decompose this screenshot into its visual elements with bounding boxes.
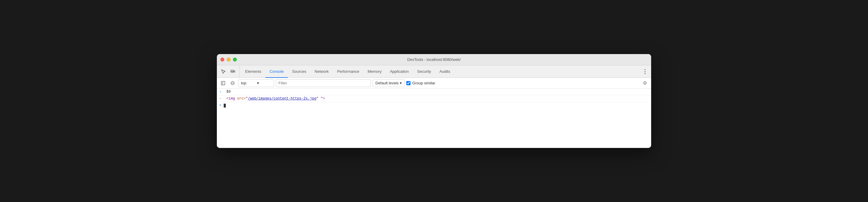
tab-security[interactable]: Security: [413, 66, 435, 78]
toolbar-right-controls: ⋮: [638, 65, 649, 77]
inspect-element-button[interactable]: [219, 67, 227, 76]
minimize-button[interactable]: [227, 58, 230, 62]
context-selector[interactable]: top ▾: [238, 79, 274, 87]
console-input-prompt: >: [219, 103, 221, 107]
console-prompt-result: ›: [219, 90, 224, 94]
toolbar-icon-group: [219, 65, 240, 77]
console-result-value: $0: [226, 90, 649, 94]
console-line-html: ← <img src="/web/images/content-https-2x…: [217, 95, 651, 102]
html-tag-close: >: [323, 97, 325, 101]
svg-rect-0: [231, 70, 234, 72]
group-similar-checkbox[interactable]: [406, 81, 410, 85]
devtools-window: DevTools - localhost:8080/web/ Elements: [217, 54, 651, 148]
console-toolbar: top ▾ Default levels ▾ Group similar ⚙: [217, 78, 651, 89]
levels-dropdown-arrow: ▾: [400, 81, 402, 85]
console-prompt-html: ←: [219, 97, 224, 101]
device-toolbar-button[interactable]: [229, 67, 237, 76]
console-cursor: [224, 104, 226, 107]
execute-script-button[interactable]: [219, 79, 227, 87]
more-options-button[interactable]: ⋮: [641, 67, 649, 76]
console-filter-input[interactable]: [276, 79, 371, 87]
context-dropdown-arrow: ▾: [257, 81, 271, 85]
console-input-line[interactable]: >: [217, 102, 651, 109]
console-line-result: › $0: [217, 89, 651, 95]
tab-elements[interactable]: Elements: [241, 66, 265, 78]
html-quote-close: ": [316, 97, 318, 101]
titlebar: DevTools - localhost:8080/web/: [217, 54, 651, 65]
console-settings-button[interactable]: ⚙: [641, 79, 649, 87]
window-title: DevTools - localhost:8080/web/: [407, 57, 461, 62]
close-button[interactable]: [220, 58, 224, 62]
tab-audits[interactable]: Audits: [435, 66, 454, 78]
main-toolbar: Elements Console Sources Network Perform…: [217, 65, 651, 78]
console-html-content: <img src="/web/images/content-https-2x.j…: [226, 97, 649, 101]
html-attr-src: src=: [237, 97, 246, 101]
clear-console-button[interactable]: [229, 79, 237, 87]
traffic-lights: [220, 58, 237, 62]
tab-sources[interactable]: Sources: [288, 66, 311, 78]
tab-list: Elements Console Sources Network Perform…: [241, 65, 638, 77]
tab-application[interactable]: Application: [386, 66, 413, 78]
tab-console[interactable]: Console: [265, 66, 288, 78]
tab-performance[interactable]: Performance: [333, 66, 363, 78]
svg-rect-1: [234, 71, 235, 72]
html-src-link[interactable]: /web/images/content-https-2x.jpg: [248, 97, 316, 101]
gear-icon: ⚙: [643, 80, 647, 86]
html-attr-alt: ": [321, 97, 323, 101]
tab-memory[interactable]: Memory: [364, 66, 386, 78]
maximize-button[interactable]: [233, 58, 237, 62]
html-tag-open: <img: [226, 97, 235, 101]
group-similar-label[interactable]: Group similar: [406, 81, 435, 85]
console-output: › $0 ← <img src="/web/images/content-htt…: [217, 89, 651, 148]
tab-network[interactable]: Network: [311, 66, 333, 78]
log-levels-button[interactable]: Default levels ▾: [373, 79, 405, 87]
html-quote-open: ": [246, 97, 248, 101]
